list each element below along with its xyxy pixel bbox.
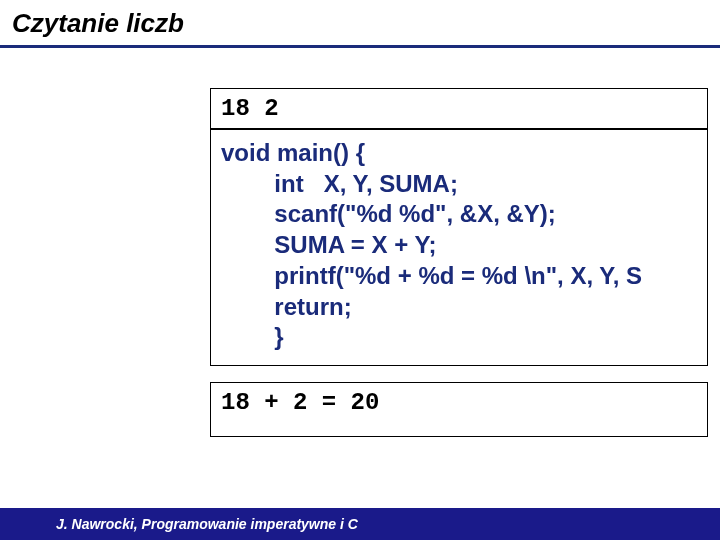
code-line: scanf("%d %d", &X, &Y); — [221, 199, 697, 230]
content-area: 18 2 void main() { int X, Y, SUMA; scanf… — [0, 48, 720, 437]
code-line: return; — [221, 292, 697, 323]
input-box: 18 2 — [210, 88, 708, 129]
output-text: 18 + 2 = 20 — [221, 389, 379, 416]
footer-text: J. Nawrocki, Programowanie imperatywne i… — [56, 516, 358, 532]
code-line: int X, Y, SUMA; — [221, 169, 697, 200]
code-line: } — [221, 322, 697, 353]
output-box: 18 + 2 = 20 — [210, 382, 708, 437]
slide-title: Czytanie liczb — [0, 0, 720, 48]
input-text: 18 2 — [221, 95, 279, 122]
footer: J. Nawrocki, Programowanie imperatywne i… — [0, 508, 720, 540]
code-line: void main() { — [221, 138, 697, 169]
code-box: void main() { int X, Y, SUMA; scanf("%d … — [210, 129, 708, 366]
code-line: printf("%d + %d = %d \n", X, Y, S — [221, 261, 697, 292]
code-line: SUMA = X + Y; — [221, 230, 697, 261]
